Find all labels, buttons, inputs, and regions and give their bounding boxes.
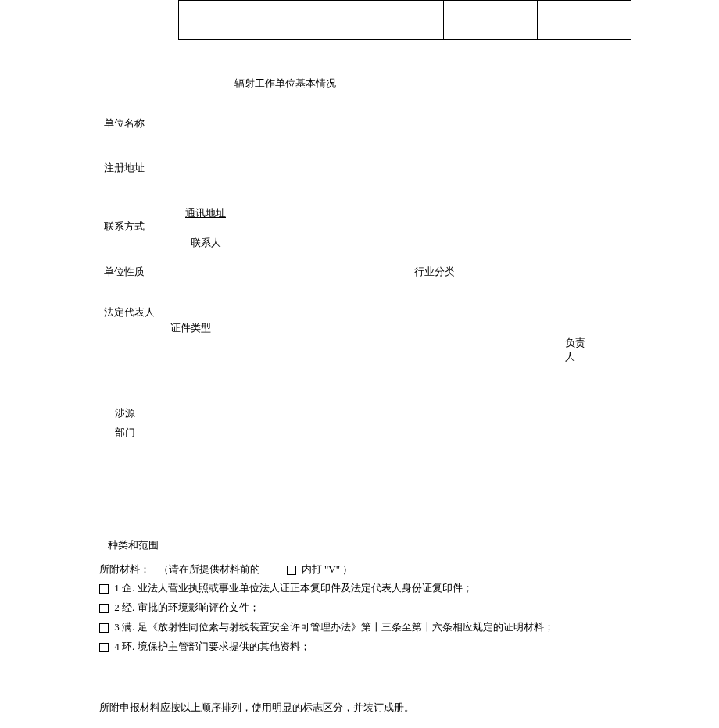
- label-legal-representative: 法定代表人: [104, 305, 155, 319]
- material-item-1: 1 企. 业法人营业执照或事业单位法人证正本复印件及法定代表人身份证复印件；: [99, 580, 473, 596]
- materials-intro-prefix: 所附材料：: [99, 563, 150, 575]
- material-item-2: 2 经. 审批的环境影响评价文件；: [99, 600, 259, 616]
- material-item-2-text: 2 经. 审批的环境影响评价文件；: [114, 601, 259, 613]
- material-item-4: 4 环. 境保护主管部门要求提供的其他资料；: [99, 639, 310, 655]
- materials-intro-middle: （请在所提供材料前的: [159, 563, 260, 575]
- top-empty-table: [178, 0, 631, 40]
- checkbox-icon: [287, 566, 296, 575]
- label-unit-nature: 单位性质: [104, 265, 145, 279]
- label-contact-method: 联系方式: [104, 219, 145, 234]
- materials-intro-box-suffix: 内打: [302, 563, 322, 575]
- checkbox-icon: [99, 584, 109, 594]
- table-cell: [538, 20, 631, 40]
- table-cell: [538, 1, 631, 20]
- table-cell: [179, 1, 444, 20]
- checkbox-icon: [99, 643, 109, 652]
- materials-intro: 所附材料： （请在所提供材料前的 内打 "V" ）: [99, 562, 352, 577]
- label-contact-address: 通讯地址: [185, 206, 226, 220]
- materials-intro-checkmark: "V": [324, 563, 340, 575]
- label-unit-name: 单位名称: [104, 116, 145, 130]
- section-heading: 辐射工作单位基本情况: [234, 77, 336, 91]
- label-contact-person: 联系人: [191, 236, 221, 250]
- footer-text: 所附申报材料应按以上顺序排列，使用明显的标志区分，并装订成册。: [99, 701, 414, 715]
- label-department: 部门: [115, 426, 135, 440]
- label-responsible-person: 负责人: [565, 336, 588, 364]
- material-item-4-text: 4 环. 境保护主管部门要求提供的其他资料；: [114, 641, 309, 652]
- label-industry-category: 行业分类: [414, 265, 455, 279]
- label-source-related: 涉源: [115, 406, 135, 420]
- material-item-3: 3 满. 足《放射性同位素与射线装置安全许可管理办法》第十三条至第十六条相应规定…: [99, 619, 554, 635]
- table-cell: [444, 20, 538, 40]
- label-id-type: 证件类型: [170, 321, 211, 335]
- table-cell: [179, 20, 444, 40]
- materials-intro-end: ）: [342, 563, 352, 575]
- material-item-1-text: 1 企. 业法人营业执照或事业单位法人证正本复印件及法定代表人身份证复印件；: [114, 582, 472, 594]
- label-type-scope: 种类和范围: [108, 538, 159, 552]
- checkbox-icon: [99, 623, 109, 633]
- table-cell: [444, 1, 538, 20]
- label-registered-address: 注册地址: [104, 161, 145, 175]
- checkbox-icon: [99, 604, 109, 613]
- material-item-3-text: 3 满. 足《放射性同位素与射线装置安全许可管理办法》第十三条至第十六条相应规定…: [114, 621, 553, 633]
